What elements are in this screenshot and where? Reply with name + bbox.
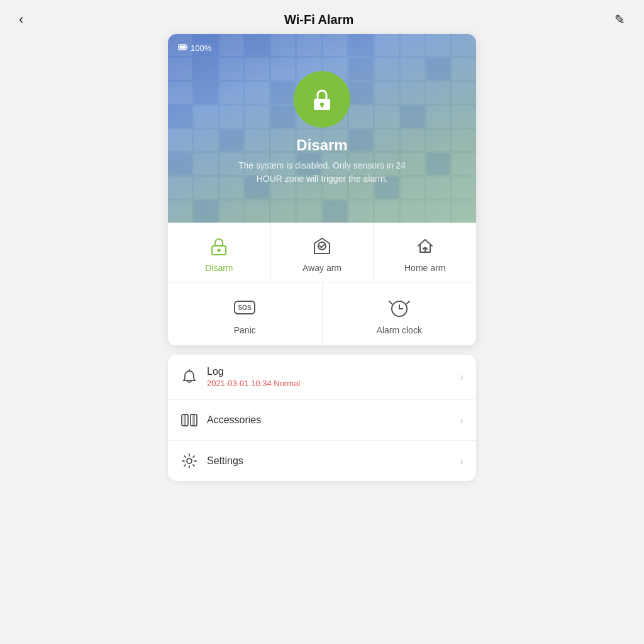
- list-item-settings[interactable]: Settings ›: [168, 441, 476, 481]
- log-arrow: ›: [460, 370, 464, 384]
- accessories-arrow: ›: [460, 414, 464, 427]
- log-title: Log: [207, 366, 451, 377]
- accessories-content: Accessories: [207, 414, 451, 426]
- accessories-icon: [180, 412, 198, 428]
- svg-point-21: [187, 458, 192, 464]
- settings-title: Settings: [207, 455, 451, 467]
- home-arm-label: Home arm: [404, 263, 445, 273]
- back-button[interactable]: ‹: [19, 11, 23, 28]
- battery-icon: [178, 43, 188, 53]
- action-alarm-clock[interactable]: Alarm clock: [323, 282, 477, 345]
- battery-pct: 100%: [191, 43, 211, 53]
- battery-info: 100%: [178, 43, 211, 53]
- svg-rect-17: [182, 414, 188, 426]
- lock-circle[interactable]: [294, 71, 350, 128]
- log-icon-wrap: [180, 369, 198, 386]
- away-arm-icon-wrap: [310, 234, 334, 258]
- hero-status-subtitle: The system is disabled. Only sensors in …: [234, 159, 410, 186]
- alarm-clock-icon: [387, 295, 412, 320]
- alarm-clock-label: Alarm clock: [377, 325, 422, 335]
- hero-section: 100% Disarm The system is disabled. Only…: [168, 34, 476, 223]
- disarm-label: Disarm: [205, 263, 233, 273]
- alarm-clock-icon-wrap: [387, 295, 412, 320]
- lock-icon: [309, 86, 335, 113]
- home-arm-icon: [415, 236, 435, 256]
- disarm-icon: [209, 236, 229, 256]
- sos-icon: SOS: [232, 295, 257, 320]
- hero-mosaic: [168, 34, 476, 223]
- svg-rect-1: [187, 47, 188, 48]
- screen: ‹ Wi-Fi Alarm ✎ 100%: [0, 0, 644, 644]
- mode-away-arm[interactable]: Away arm: [271, 223, 374, 282]
- settings-arrow: ›: [460, 455, 464, 468]
- home-arm-icon-wrap: [413, 234, 437, 258]
- edit-button[interactable]: ✎: [614, 12, 625, 27]
- mode-row: Disarm Away arm: [168, 223, 476, 282]
- bell-icon: [181, 369, 197, 386]
- list-section: Log 2021-03-01 10:34 Normal › Accessorie…: [168, 355, 476, 481]
- svg-point-7: [218, 249, 221, 252]
- log-content: Log 2021-03-01 10:34 Normal: [207, 366, 451, 388]
- gear-icon: [181, 453, 197, 469]
- mode-disarm[interactable]: Disarm: [168, 223, 271, 282]
- away-arm-label: Away arm: [303, 263, 341, 273]
- panic-label: Panic: [234, 325, 256, 335]
- svg-rect-18: [184, 414, 186, 426]
- main-card: 100% Disarm The system is disabled. Only…: [168, 34, 476, 346]
- hero-status-title: Disarm: [296, 136, 347, 154]
- away-arm-icon: [312, 236, 332, 256]
- action-row: SOS Panic Alarm clock: [168, 282, 476, 346]
- disarm-icon-wrap: [207, 234, 231, 258]
- svg-rect-5: [321, 104, 323, 108]
- svg-text:SOS: SOS: [238, 304, 252, 311]
- action-panic[interactable]: SOS Panic: [168, 282, 323, 345]
- accessories-icon-wrap: [180, 411, 198, 429]
- settings-icon-wrap: [180, 452, 198, 470]
- mode-home-arm[interactable]: Home arm: [374, 223, 476, 282]
- list-item-accessories[interactable]: Accessories ›: [168, 400, 476, 441]
- nav-bar: ‹ Wi-Fi Alarm ✎: [0, 0, 644, 34]
- accessories-title: Accessories: [207, 414, 451, 426]
- page-title: Wi-Fi Alarm: [284, 13, 353, 27]
- log-subtitle: 2021-03-01 10:34 Normal: [207, 379, 451, 388]
- svg-rect-20: [193, 414, 194, 426]
- svg-rect-19: [191, 414, 197, 426]
- panic-icon-wrap: SOS: [232, 295, 257, 320]
- settings-content: Settings: [207, 455, 451, 467]
- list-item-log[interactable]: Log 2021-03-01 10:34 Normal ›: [168, 355, 476, 400]
